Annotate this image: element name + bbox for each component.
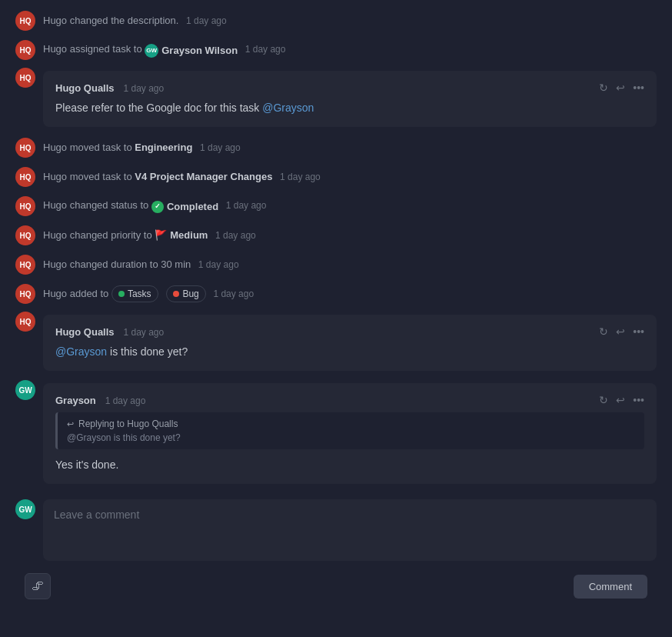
reply-small-icon: ↩ bbox=[67, 419, 74, 429]
avatar-gw: GW bbox=[15, 499, 35, 519]
comment-header: Hugo Qualls 1 day ago ↻ ↩ ••• bbox=[55, 325, 644, 338]
avatar-hq: HQ bbox=[15, 68, 35, 88]
avatar-hq: HQ bbox=[15, 196, 35, 216]
avatar-hq: HQ bbox=[15, 284, 35, 304]
comment-time: 1 day ago bbox=[123, 327, 164, 338]
reply-icon[interactable]: ↩ bbox=[616, 325, 625, 338]
comment-input-row: GW Leave a comment bbox=[12, 496, 660, 564]
comment-header: Grayson 1 day ago ↻ ↩ ••• bbox=[55, 394, 644, 406]
activity-item: HQ Hugo assigned task to GW Grayson Wils… bbox=[12, 35, 660, 65]
avatar-hq: HQ bbox=[15, 225, 35, 245]
reply-icon[interactable]: ↩ bbox=[616, 82, 625, 94]
comment-author: Hugo Qualls bbox=[55, 82, 115, 94]
comment-body: Please refer to the Google doc for this … bbox=[55, 100, 644, 116]
comment-body: @Grayson is this done yet? bbox=[55, 344, 644, 360]
assignee-name: Grayson Wilson bbox=[161, 44, 238, 58]
activity-item: HQ Hugo changed priority to 🚩 Medium 1 d… bbox=[12, 221, 660, 250]
mention: @Grayson bbox=[262, 102, 314, 114]
more-icon[interactable]: ••• bbox=[633, 82, 644, 94]
comment-actions: ↻ ↩ ••• bbox=[599, 82, 644, 94]
reply-quote: ↩ Replying to Hugo Qualls @Grayson is th… bbox=[55, 412, 644, 449]
comment-card: Hugo Qualls 1 day ago ↻ ↩ ••• Please ref… bbox=[43, 71, 657, 127]
comment-time: 1 day ago bbox=[105, 395, 146, 406]
avatar-hq: HQ bbox=[15, 255, 35, 275]
refresh-icon[interactable]: ↻ bbox=[599, 82, 608, 94]
avatar-hq: HQ bbox=[15, 11, 35, 31]
avatar-hq: HQ bbox=[15, 138, 35, 158]
assignee-avatar: GW bbox=[145, 44, 158, 58]
reply-icon[interactable]: ↩ bbox=[616, 394, 625, 406]
submit-comment-button[interactable]: Comment bbox=[574, 575, 647, 599]
tag-dot-green bbox=[118, 291, 125, 297]
comment-author: Hugo Qualls bbox=[55, 326, 115, 338]
activity-item: HQ Hugo added to Tasks Bug 1 day ago bbox=[12, 279, 660, 308]
comment-actions: ↻ ↩ ••• bbox=[599, 325, 644, 338]
tag-dot-red bbox=[173, 291, 179, 297]
activity-item: HQ Hugo changed the description. 1 day a… bbox=[12, 6, 660, 35]
comment-header: Hugo Qualls 1 day ago ↻ ↩ ••• bbox=[55, 82, 644, 94]
comment-card: Hugo Qualls 1 day ago ↻ ↩ ••• @Grayson i… bbox=[43, 315, 657, 371]
refresh-icon[interactable]: ↻ bbox=[599, 325, 608, 338]
comment-row: HQ Hugo Qualls 1 day ago ↻ ↩ ••• @Grayso… bbox=[12, 308, 660, 377]
status-dot: ✓ bbox=[151, 201, 164, 213]
tag-tasks: Tasks bbox=[111, 285, 158, 303]
comment-body: Yes it's done. bbox=[55, 457, 644, 473]
activity-item: HQ Hugo moved task to Engineering 1 day … bbox=[12, 133, 660, 162]
reply-quote-text: @Grayson is this done yet? bbox=[67, 432, 635, 443]
reply-to-label: Replying to Hugo Qualls bbox=[78, 419, 178, 429]
more-icon[interactable]: ••• bbox=[633, 394, 644, 406]
comment-card: Grayson 1 day ago ↻ ↩ ••• ↩ Replying to … bbox=[43, 383, 657, 484]
avatar-hq: HQ bbox=[15, 167, 35, 187]
activity-item: HQ Hugo moved task to V4 Project Manager… bbox=[12, 162, 660, 192]
priority-flag-icon: 🚩 bbox=[155, 228, 167, 242]
activity-item: HQ Hugo changed status to ✓ Completed 1 … bbox=[12, 192, 660, 221]
comment-actions: ↻ ↩ ••• bbox=[599, 394, 644, 406]
refresh-icon[interactable]: ↻ bbox=[599, 394, 608, 406]
priority-badge: 🚩 Medium bbox=[155, 228, 208, 242]
avatar-hq: HQ bbox=[15, 312, 35, 332]
avatar-gw: GW bbox=[15, 380, 35, 400]
avatar-hq: HQ bbox=[15, 40, 35, 60]
comment-author: Grayson bbox=[55, 395, 96, 406]
comment-time: 1 day ago bbox=[123, 83, 164, 94]
activity-feed: HQ Hugo changed the description. 1 day a… bbox=[0, 0, 672, 612]
tag-bug: Bug bbox=[166, 285, 205, 303]
bottom-toolbar: 🖇 Comment bbox=[12, 567, 660, 605]
status-badge: ✓ Completed bbox=[151, 200, 218, 214]
attach-button[interactable]: 🖇 bbox=[25, 573, 51, 599]
mention: @Grayson bbox=[55, 345, 107, 358]
more-icon[interactable]: ••• bbox=[633, 325, 644, 338]
activity-item: HQ Hugo changed duration to 30 min 1 day… bbox=[12, 250, 660, 279]
comment-row: GW Grayson 1 day ago ↻ ↩ ••• ↩ Replying … bbox=[12, 377, 660, 490]
comment-row: HQ Hugo Qualls 1 day ago ↻ ↩ ••• Please … bbox=[12, 65, 660, 133]
paperclip-icon: 🖇 bbox=[32, 579, 44, 593]
comment-input[interactable]: Leave a comment bbox=[43, 499, 657, 561]
